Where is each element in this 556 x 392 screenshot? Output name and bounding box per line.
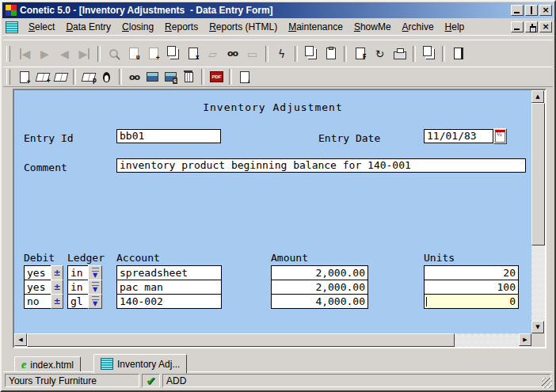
search-icon: oo	[129, 73, 139, 82]
horizontal-scroll-thumb[interactable]	[27, 333, 455, 347]
list-lines-icon	[92, 296, 99, 300]
pdf-export-icon: PDF	[210, 71, 223, 82]
menu-items: SelectData EntryClosingReportsReports (H…	[23, 20, 470, 34]
toolbar-separator	[229, 69, 232, 85]
open-append-button[interactable]: +	[33, 69, 51, 86]
debit-spinner-button[interactable]: ±	[51, 280, 63, 295]
menu-archive[interactable]: Archive	[397, 20, 440, 34]
exit-button[interactable]	[448, 44, 468, 63]
browse-records-button[interactable]: oo	[223, 44, 242, 63]
tab-inventory-adj[interactable]: Inventory Adj...	[93, 354, 187, 374]
account-input[interactable]: spreadsheet	[116, 265, 222, 280]
comment-input[interactable]	[116, 158, 526, 173]
entry-date-input[interactable]	[424, 129, 493, 143]
units-input[interactable]: 100	[424, 280, 519, 295]
paste-button[interactable]	[321, 44, 341, 63]
ledger-input[interactable]: gl	[67, 294, 89, 309]
entry-id-input[interactable]	[116, 129, 221, 143]
calendar-button[interactable]	[493, 128, 507, 144]
menu-showme[interactable]: ShowMe	[348, 20, 397, 34]
mdi-minimize-button[interactable]	[511, 21, 524, 32]
toolbar-grip[interactable]	[6, 46, 10, 62]
vertical-scroll-thumb[interactable]	[531, 103, 545, 245]
account-input[interactable]: 140-002	[116, 294, 222, 309]
dropdown-icon: ▼	[93, 301, 97, 307]
debit-spinner-button[interactable]: ±	[51, 265, 63, 280]
toolbar-separator	[442, 46, 445, 62]
amount-input[interactable]: 2,000.00	[271, 265, 368, 280]
scroll-right-button[interactable]: ▶	[519, 333, 531, 346]
open-project-button[interactable]: p	[79, 69, 97, 86]
scroll-left-button[interactable]: ◀	[14, 333, 27, 346]
print-button[interactable]	[390, 44, 409, 63]
copy-button[interactable]	[301, 44, 321, 63]
ledger-dropdown-button[interactable]: ▼	[88, 294, 102, 309]
toolbar-separator	[97, 46, 101, 62]
delete-document-button[interactable]	[180, 69, 198, 86]
paste-icon	[326, 48, 336, 59]
mdi-restore-button[interactable]	[525, 21, 538, 32]
menu-maintenance[interactable]: Maintenance	[283, 20, 348, 34]
prev-record-button: ◀	[55, 44, 74, 63]
duplicate-record-button[interactable]	[163, 44, 183, 63]
debit-spinner-button[interactable]: ±	[51, 294, 63, 309]
menu-select[interactable]: Select	[23, 20, 60, 34]
form-list-icon[interactable]	[6, 21, 18, 33]
export-download-button[interactable]: ↓	[235, 69, 253, 86]
vertical-scrollbar[interactable]: ▲ ▼	[531, 90, 545, 333]
form-options-icon: F	[356, 48, 365, 59]
units-input[interactable]: 0	[424, 294, 519, 309]
tab-index-html[interactable]: e index.html	[14, 356, 81, 373]
menu-data-entry[interactable]: Data Entry	[60, 20, 116, 34]
amount-input[interactable]: 4,000.00	[271, 294, 368, 309]
account-input[interactable]: pac man	[116, 280, 222, 295]
ledger-input[interactable]: in	[67, 280, 89, 295]
browse-records-icon: oo	[227, 49, 238, 58]
menu-help[interactable]: Help	[440, 20, 470, 34]
maximize-button[interactable]	[525, 5, 538, 16]
amount-input[interactable]: 2,000.00	[271, 280, 368, 295]
refresh-icon: ↻	[375, 48, 385, 59]
image-save-button[interactable]: s	[162, 69, 180, 86]
debit-input[interactable]: no	[24, 294, 51, 309]
form-title: Inventory Adjustment	[14, 101, 531, 113]
fast-process-button[interactable]: ϟ	[272, 44, 291, 63]
refresh-button[interactable]: ↻	[370, 44, 390, 63]
tux-button[interactable]	[97, 69, 116, 86]
mdi-close-button[interactable]: ×	[539, 21, 552, 32]
add-record-button: +	[143, 44, 163, 63]
menu-closing[interactable]: Closing	[116, 20, 159, 34]
scroll-up-button[interactable]: ▲	[531, 90, 544, 103]
pdf-export-button[interactable]: PDF	[208, 69, 226, 86]
search-button[interactable]: oo	[125, 69, 143, 86]
image-view-button[interactable]	[143, 69, 162, 86]
close-icon: ×	[542, 6, 549, 14]
status-bar: Yours Truly Furniture ✔ ADD	[3, 371, 553, 389]
scroll-down-button[interactable]: ▼	[531, 321, 544, 333]
menu-reports[interactable]: Reports	[159, 20, 204, 34]
mode-panel: ADD	[162, 374, 551, 387]
header-account: Account	[116, 252, 160, 264]
minimize-button[interactable]	[511, 5, 524, 16]
ledger-dropdown-button[interactable]: ▼	[88, 265, 102, 280]
grid-row: yes±in▼spreadsheet2,000.0020	[14, 265, 531, 280]
menu-reports-html[interactable]: Reports (HTML)	[204, 20, 283, 34]
toolbar-grip[interactable]	[6, 69, 10, 85]
text-cursor	[426, 297, 427, 306]
debit-input[interactable]: yes	[24, 265, 51, 280]
close-button[interactable]: ×	[539, 5, 552, 16]
new-document-button[interactable]: +	[15, 69, 33, 86]
ledger-input[interactable]: in	[67, 265, 89, 280]
tux-icon	[103, 72, 110, 82]
memo-field-icon: ▭	[247, 48, 257, 59]
ledger-dropdown-button[interactable]: ▼	[88, 280, 102, 295]
horizontal-scrollbar[interactable]: ◀ ▶	[14, 333, 531, 347]
open-document-button[interactable]	[51, 69, 70, 86]
resize-grip[interactable]	[542, 378, 552, 388]
units-input[interactable]: 20	[424, 265, 519, 280]
debit-input[interactable]: yes	[24, 280, 51, 295]
delete-record-button[interactable]: x	[183, 44, 203, 63]
header-ledger: Ledger	[67, 252, 105, 264]
maximize-icon	[531, 6, 532, 14]
form-options-button[interactable]: F	[350, 44, 370, 63]
